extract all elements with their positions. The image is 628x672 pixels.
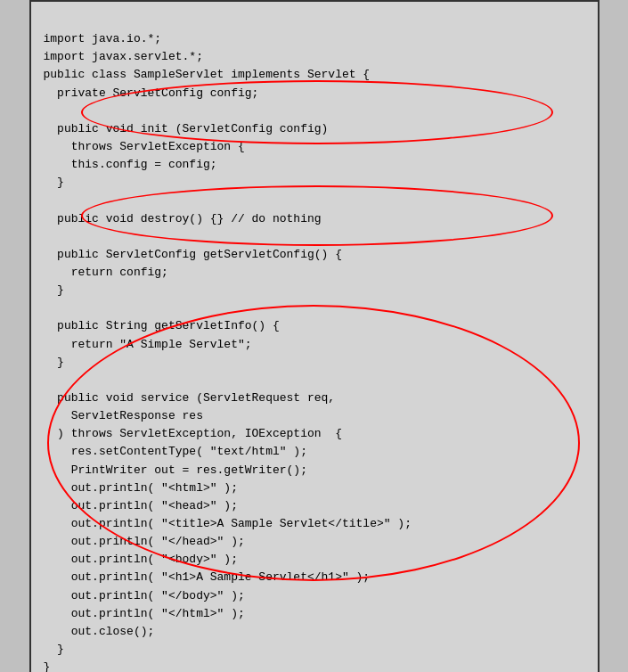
code-line-36: } bbox=[44, 660, 51, 672]
code-line-18: return "A Simple Servlet"; bbox=[44, 338, 252, 351]
code-block: import java.io.*; import javax.servlet.*… bbox=[44, 12, 585, 672]
code-line-33: out.println( "</html>" ); bbox=[44, 607, 245, 620]
code-line-24: res.setContentType( "text/html" ); bbox=[44, 445, 307, 458]
code-line-25: PrintWriter out = res.getWriter(); bbox=[44, 463, 307, 477]
code-line-29: out.println( "</head>" ); bbox=[44, 535, 245, 548]
code-line-7: throws ServletException { bbox=[44, 140, 245, 153]
code-line-27: out.println( "<head>" ); bbox=[44, 499, 238, 512]
code-line-17: public String getServletInfo() { bbox=[44, 319, 280, 332]
code-line-31: out.println( "<h1>A Sample Servlet</h1>"… bbox=[44, 570, 371, 584]
code-container: import java.io.*; import javax.servlet.*… bbox=[29, 0, 599, 672]
code-line-34: out.close(); bbox=[44, 625, 155, 638]
code-line-19: } bbox=[44, 356, 64, 369]
code-line-3: public class SampleServlet implements Se… bbox=[44, 68, 371, 81]
code-line-21: public void service (ServletRequest req, bbox=[44, 391, 336, 405]
code-line-2: import javax.servlet.*; bbox=[44, 50, 203, 63]
code-line-32: out.println( "</body>" ); bbox=[44, 589, 245, 602]
code-line-23: ) throws ServletException, IOException { bbox=[44, 427, 342, 440]
code-line-15: } bbox=[44, 283, 64, 297]
code-line-13: public ServletConfig getServletConfig() … bbox=[44, 248, 342, 261]
code-line-6: public void init (ServletConfig config) bbox=[44, 122, 329, 135]
code-line-28: out.println( "<title>A Sample Servlet</t… bbox=[44, 517, 412, 530]
code-line-8: this.config = config; bbox=[44, 158, 217, 171]
code-line-4: private ServletConfig config; bbox=[44, 86, 259, 100]
code-line-14: return config; bbox=[44, 266, 168, 279]
code-line-11: public void destroy() {} // do nothing bbox=[44, 212, 322, 225]
code-line-30: out.println( "<body>" ); bbox=[44, 553, 238, 566]
code-line-9: } bbox=[44, 176, 64, 189]
code-line-1: import java.io.*; bbox=[44, 32, 162, 45]
code-line-22: ServletResponse res bbox=[44, 409, 203, 422]
code-line-35: } bbox=[44, 643, 64, 656]
code-line-26: out.println( "<html>" ); bbox=[44, 481, 238, 495]
